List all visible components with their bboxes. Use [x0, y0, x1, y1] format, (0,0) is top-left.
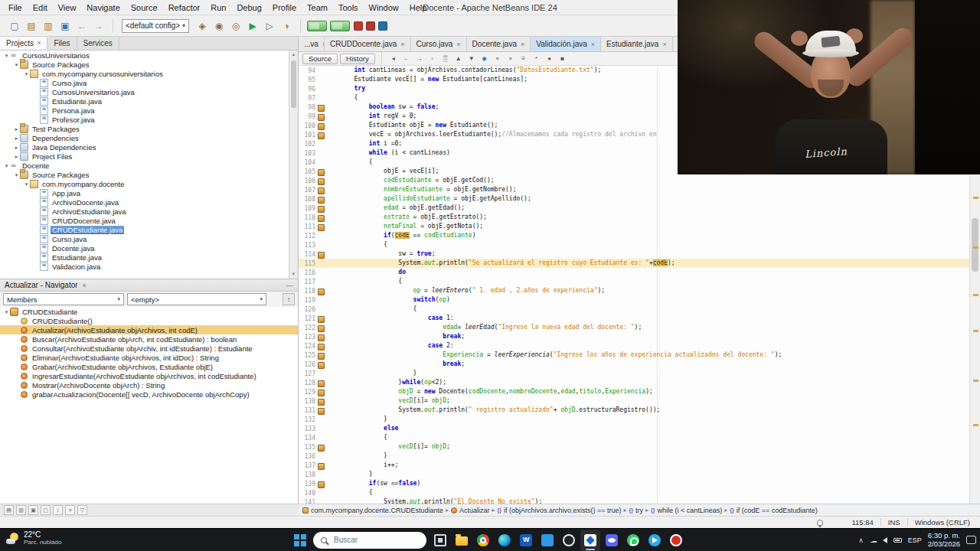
- menu-debug[interactable]: Debug: [231, 2, 266, 14]
- chrome-icon[interactable]: [473, 530, 493, 551]
- profile-project-button[interactable]: ◑: [278, 18, 295, 34]
- close-icon[interactable]: ×: [662, 41, 666, 48]
- close-icon[interactable]: ×: [521, 41, 524, 48]
- screen-recorder-icon[interactable]: [666, 530, 686, 551]
- editor-tab[interactable]: Estudiante.java×: [601, 37, 673, 51]
- back-icon[interactable]: ←: [401, 54, 412, 64]
- minimize-icon[interactable]: —: [286, 282, 293, 289]
- expand-arrow-icon[interactable]: ▾: [13, 62, 20, 67]
- expand-arrow-icon[interactable]: ▾: [3, 309, 10, 315]
- task-view-icon[interactable]: [430, 530, 450, 551]
- profiler-telemetry-button[interactable]: [366, 21, 375, 31]
- code-line[interactable]: 117 {: [299, 277, 969, 286]
- code-line[interactable]: 108 apellidoEstudiante = objE.getApellid…: [299, 194, 969, 204]
- code-line[interactable]: 119 switch(op): [299, 295, 969, 305]
- debug-project-button[interactable]: ▷: [261, 18, 278, 34]
- file-explorer-icon[interactable]: [452, 530, 472, 551]
- close-icon[interactable]: ×: [591, 41, 595, 48]
- code-line[interactable]: 115 System.out.println("Se actualizará e…: [299, 259, 969, 268]
- menu-tools[interactable]: Tools: [333, 2, 364, 14]
- show-fields-icon[interactable]: ▥: [16, 505, 26, 515]
- error-stripe-mark[interactable]: [973, 197, 978, 199]
- close-icon[interactable]: ×: [400, 41, 404, 48]
- shift-left-icon[interactable]: «: [492, 54, 503, 64]
- menu-view[interactable]: View: [53, 2, 82, 14]
- word-icon[interactable]: [516, 530, 536, 551]
- battery-icon[interactable]: [893, 538, 902, 543]
- open-project-button[interactable]: ▥: [40, 18, 57, 34]
- code-line[interactable]: 132 }: [299, 415, 969, 424]
- uncomment-icon[interactable]: *: [531, 54, 542, 64]
- new-file-button[interactable]: ▢: [6, 18, 23, 34]
- code-line[interactable]: 137 i++;: [299, 461, 969, 470]
- profiler-snapshot-button[interactable]: [354, 21, 363, 31]
- find-selection-icon[interactable]: ▫: [427, 54, 438, 64]
- volume-icon[interactable]: [883, 537, 887, 543]
- toggle-bookmark-icon[interactable]: ◆: [479, 54, 490, 64]
- scrollbar-thumb[interactable]: [972, 218, 978, 272]
- code-line[interactable]: 109 edad = objE.getEdad();: [299, 204, 969, 213]
- build-project-button[interactable]: ◉: [211, 18, 227, 34]
- navigator-member-item[interactable]: Buscar(ArchivoEstudiante objArch, int co…: [0, 334, 298, 344]
- scrollbar-thumb[interactable]: [291, 60, 296, 108]
- code-line[interactable]: 112 if(codE == codEstudiante): [299, 231, 969, 240]
- error-stripe-mark[interactable]: [973, 330, 978, 332]
- menu-help[interactable]: Help: [404, 2, 433, 14]
- code-line[interactable]: 124 case 2:: [299, 341, 969, 350]
- vscode-icon[interactable]: [537, 530, 557, 551]
- code-line[interactable]: 126 break;: [299, 360, 969, 369]
- tab-files[interactable]: Files: [47, 37, 77, 50]
- code-line[interactable]: 110 estrato = objE.getEstrato();: [299, 213, 969, 222]
- expand-arrow-icon[interactable]: ▸: [13, 135, 20, 141]
- code-line[interactable]: 111 notaFinal = objE.getNota();: [299, 222, 969, 231]
- project-tree-item[interactable]: Validacion.java: [0, 262, 289, 271]
- scroll-down-icon[interactable]: ▼: [289, 270, 298, 279]
- navigator-member-item[interactable]: IngresarEstudiante(ArchivoEstudiante obj…: [0, 371, 298, 380]
- tab-projects[interactable]: Projects×: [0, 37, 47, 50]
- code-line[interactable]: 107 nombreEstudiante = objE.getNombre();: [299, 185, 969, 194]
- error-stripe-mark[interactable]: [973, 380, 978, 382]
- close-icon[interactable]: ×: [37, 39, 41, 47]
- memory-meter[interactable]: [330, 21, 350, 31]
- show-inherited-icon[interactable]: ▤: [4, 505, 14, 515]
- history-view-button[interactable]: History: [340, 54, 375, 64]
- save-all-button[interactable]: ▣: [57, 18, 74, 34]
- navigator-member-item[interactable]: Actualizar(ArchivoEstudiante objArchivos…: [0, 325, 298, 334]
- code-line[interactable]: 141 System.out.println("El Docente No ex…: [299, 497, 969, 504]
- code-line[interactable]: 128 }while(op<2);: [299, 378, 969, 387]
- project-tree-item[interactable]: ▸Test Packages: [0, 124, 289, 133]
- project-tree-item[interactable]: ▸Project Files: [0, 152, 289, 161]
- menu-profile[interactable]: Profile: [267, 2, 302, 14]
- code-line[interactable]: 106 codEstudiante = objE.getCod();: [299, 176, 969, 185]
- navigator-member-item[interactable]: Consultar(ArchivoEstudiante objArchiv, i…: [0, 344, 298, 353]
- menu-source[interactable]: Source: [126, 2, 163, 14]
- code-line[interactable]: 136 }: [299, 452, 969, 461]
- project-tree-item[interactable]: ▾CursosUniversitarios: [0, 51, 289, 60]
- code-line[interactable]: 121 case 1:: [299, 314, 969, 323]
- notification-center-icon[interactable]: [966, 536, 976, 544]
- taskbar-clock[interactable]: 6:30 p. m. 2/03/2026: [928, 532, 960, 549]
- menu-navigate[interactable]: Navigate: [81, 2, 125, 14]
- code-line[interactable]: 120 {: [299, 305, 969, 314]
- tab-services[interactable]: Services: [77, 37, 119, 50]
- show-public-icon[interactable]: ▢: [41, 505, 51, 515]
- navigator-member-item[interactable]: ▾CRUDEstudiante: [0, 307, 298, 316]
- previous-occurrence-icon[interactable]: ▲: [453, 54, 464, 64]
- highlight-occurrences-icon[interactable]: ▒: [440, 54, 451, 64]
- memory-meter[interactable]: [307, 21, 327, 31]
- tray-expand-icon[interactable]: ∧: [858, 536, 864, 544]
- discord-icon[interactable]: [602, 530, 622, 551]
- show-static-icon[interactable]: ▣: [28, 505, 38, 515]
- notifications-icon[interactable]: [817, 520, 823, 526]
- code-line[interactable]: 138 }: [299, 470, 969, 479]
- start-button[interactable]: [289, 530, 309, 551]
- project-tree-item[interactable]: ▾Source Packages: [0, 170, 289, 179]
- redo-button[interactable]: →: [90, 18, 107, 34]
- expand-arrow-icon[interactable]: ▾: [3, 53, 10, 58]
- comment-icon[interactable]: ≡: [518, 54, 529, 64]
- netbeans-icon[interactable]: [580, 530, 600, 551]
- expand-arrow-icon[interactable]: ▸: [13, 154, 20, 159]
- close-icon[interactable]: ×: [456, 41, 460, 48]
- menu-file[interactable]: File: [3, 2, 28, 14]
- code-line[interactable]: 116 do: [299, 268, 969, 277]
